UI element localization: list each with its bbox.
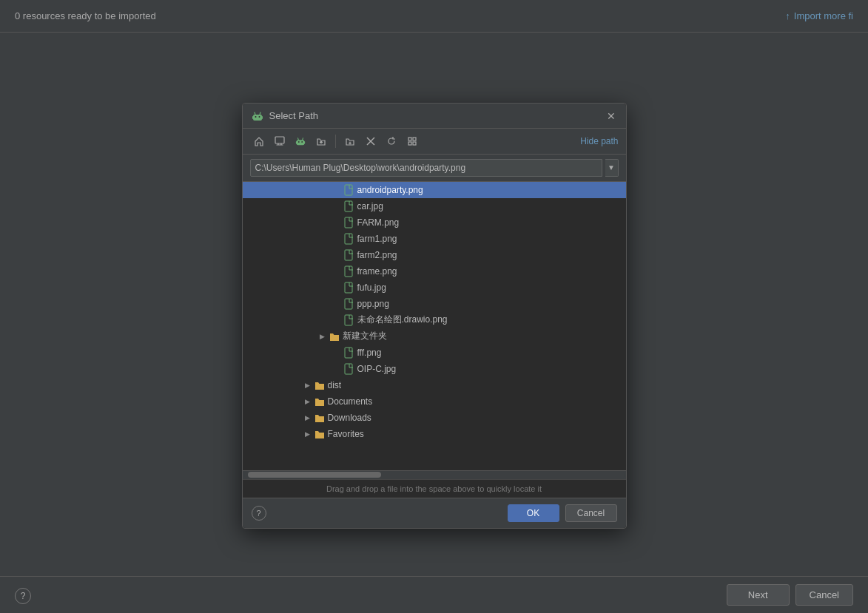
folder-icon — [314, 428, 326, 440]
file-icon — [343, 249, 355, 261]
svg-rect-26 — [345, 234, 352, 244]
file-name: Downloads — [328, 413, 626, 423]
svg-rect-31 — [345, 315, 352, 325]
home-toolbar-button[interactable] — [250, 133, 268, 149]
svg-rect-8 — [296, 140, 304, 145]
file-icon — [343, 200, 355, 212]
svg-rect-10 — [303, 141, 305, 144]
file-list-container[interactable]: androidparty.pngcar.jpgFARM.pngfarm1.png… — [243, 182, 626, 470]
extra-toolbar-button[interactable] — [403, 133, 421, 149]
svg-rect-30 — [345, 299, 352, 309]
list-item[interactable]: ▶dist — [243, 377, 626, 393]
list-item[interactable]: ppp.png — [243, 296, 626, 312]
new-folder-toolbar-button[interactable] — [341, 133, 359, 149]
file-name: fufu.jpg — [357, 282, 626, 293]
import-more-button[interactable]: ↑ Import more fi — [785, 10, 853, 21]
next-button[interactable]: Next — [727, 584, 790, 606]
file-name: dist — [328, 380, 626, 390]
file-icon — [343, 233, 355, 245]
svg-rect-22 — [413, 142, 416, 145]
dialog-toolbar: Hide path — [243, 129, 626, 155]
bottom-bar: Next Cancel — [0, 576, 868, 613]
file-name: Favorites — [328, 429, 626, 439]
svg-rect-1 — [252, 116, 254, 119]
help-bottom-icon[interactable]: ? — [15, 588, 31, 604]
list-item[interactable]: ▶Favorites — [243, 426, 626, 442]
svg-point-13 — [297, 141, 299, 143]
list-item[interactable]: 未命名绘图.drawio.png — [243, 312, 626, 328]
horizontal-scrollbar[interactable] — [243, 470, 626, 479]
android-title-icon — [252, 109, 263, 122]
file-name: car.jpg — [357, 201, 626, 211]
cancel-button[interactable]: Cancel — [565, 504, 617, 522]
list-item[interactable]: frame.png — [243, 263, 626, 280]
list-item[interactable]: ▶新建文件夹 — [243, 328, 626, 345]
file-icon — [343, 298, 355, 310]
folder-icon — [314, 379, 326, 391]
file-icon — [343, 217, 355, 228]
svg-rect-19 — [408, 138, 411, 140]
dialog-footer: ? OK Cancel — [243, 498, 626, 528]
cancel-bottom-button[interactable]: Cancel — [795, 584, 853, 606]
svg-line-4 — [260, 112, 260, 115]
hide-path-button[interactable]: Hide path — [580, 136, 618, 146]
file-icon — [343, 184, 355, 196]
top-bar: 0 resources ready to be imported ↑ Impor… — [0, 0, 868, 33]
h-scrollbar-track — [244, 472, 625, 478]
list-item[interactable]: farm1.png — [243, 231, 626, 247]
list-item[interactable]: fufu.jpg — [243, 280, 626, 296]
list-item[interactable]: car.jpg — [243, 198, 626, 214]
file-name: FARM.png — [357, 217, 626, 228]
svg-rect-29 — [345, 282, 352, 293]
svg-rect-33 — [345, 364, 352, 374]
list-item[interactable]: ▶Documents — [243, 393, 626, 410]
file-name: fff.png — [357, 348, 626, 358]
cancel-toolbar-button[interactable] — [362, 133, 380, 149]
list-item[interactable]: OIP-C.jpg — [243, 361, 626, 377]
ok-button[interactable]: OK — [508, 504, 559, 522]
svg-rect-0 — [253, 115, 262, 121]
folder-up-toolbar-button[interactable] — [312, 133, 330, 149]
dialog-title-bar: Select Path ✕ — [243, 104, 626, 129]
path-input[interactable] — [250, 159, 602, 177]
svg-line-11 — [297, 138, 298, 140]
android-toolbar-button[interactable] — [292, 133, 309, 149]
svg-rect-20 — [413, 138, 416, 140]
svg-rect-27 — [345, 250, 352, 260]
file-name: Documents — [328, 396, 626, 407]
svg-line-3 — [255, 112, 255, 115]
select-path-dialog: Select Path ✕ — [242, 103, 627, 529]
desktop-toolbar-button[interactable] — [271, 133, 289, 149]
dialog-title-text: Select Path — [269, 110, 319, 121]
file-name: ppp.png — [357, 299, 626, 309]
svg-point-14 — [301, 141, 303, 143]
list-item[interactable]: ▶Downloads — [243, 410, 626, 426]
path-dropdown-button[interactable]: ▼ — [605, 159, 619, 177]
status-text: 0 resources ready to be imported — [15, 10, 156, 21]
file-icon — [343, 282, 355, 294]
file-name: androidparty.png — [357, 185, 626, 195]
list-item[interactable]: fff.png — [243, 345, 626, 361]
svg-rect-32 — [345, 348, 352, 358]
dialog-close-button[interactable]: ✕ — [605, 110, 617, 122]
expand-arrow: ▶ — [302, 396, 314, 407]
file-name: farm1.png — [357, 234, 626, 244]
refresh-toolbar-button[interactable] — [383, 133, 400, 149]
svg-point-6 — [258, 116, 260, 118]
svg-rect-24 — [345, 201, 352, 211]
import-icon: ↑ — [785, 10, 790, 21]
file-name: farm2.png — [357, 250, 626, 260]
help-icon[interactable]: ? — [252, 506, 266, 521]
file-name: frame.png — [357, 266, 626, 277]
list-item[interactable]: farm2.png — [243, 247, 626, 263]
svg-rect-2 — [261, 116, 263, 119]
expand-arrow: ▶ — [302, 379, 314, 391]
list-item[interactable]: FARM.png — [243, 214, 626, 231]
expand-arrow: ▶ — [317, 331, 329, 342]
path-row: ▼ — [243, 155, 626, 182]
svg-rect-7 — [275, 137, 284, 143]
list-item[interactable]: androidparty.png — [243, 182, 626, 198]
folder-icon — [329, 331, 340, 342]
dialog-footer-buttons: OK Cancel — [508, 504, 617, 522]
file-icon — [343, 363, 355, 375]
